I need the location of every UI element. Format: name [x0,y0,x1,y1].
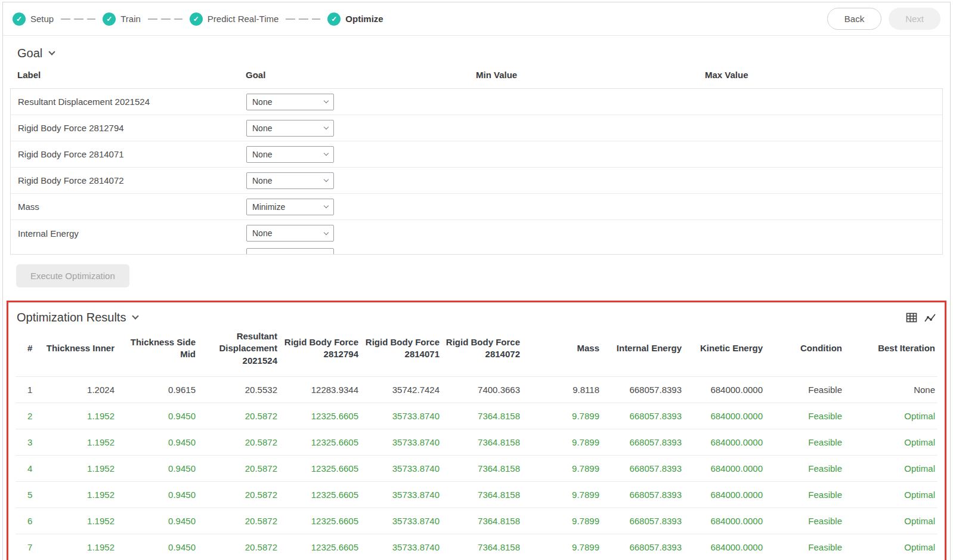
result-cell: 0.9450 [117,403,198,429]
goal-table-header: Label Goal Min Value Max Value [10,67,943,88]
result-cell: 1.1952 [39,455,117,481]
execute-optimization-button[interactable]: Execute Optimization [16,264,129,287]
result-cell: Feasible [765,508,844,534]
stepper-step-label: Setup [30,14,54,24]
result-cell: 7364.8158 [442,403,522,429]
result-cell: 1.1952 [39,508,117,534]
goal-select-value: None [252,97,272,107]
chart-view-icon[interactable] [924,313,936,323]
result-cell: 12325.6605 [280,455,361,481]
result-cell: 0.9450 [117,455,198,481]
step-connector [148,18,182,20]
result-cell: 7364.8158 [442,481,522,508]
chevron-down-icon [324,177,329,182]
result-cell: Feasible [765,534,844,560]
chevron-down-icon [324,125,329,129]
results-view-icons [906,312,936,323]
result-cell: 684000.0000 [684,508,765,534]
chevron-down-icon [324,151,329,156]
results-column-header: # [16,327,39,376]
goal-row-partial [11,246,942,254]
result-row[interactable]: 11.20240.961520.553212283.934435742.7424… [16,376,937,403]
result-cell: 12325.6605 [280,403,361,429]
result-cell: 1.1952 [39,403,117,429]
results-column-header: Rigid Body Force 2814071 [361,327,442,376]
stepper-step[interactable]: ✓ Train [103,13,141,26]
result-cell: 668057.8393 [602,481,684,508]
chevron-down-icon[interactable] [132,313,139,319]
result-cell: Feasible [765,481,844,508]
goal-select[interactable]: None [246,172,334,189]
chevron-down-icon[interactable] [49,48,55,55]
back-button[interactable]: Back [827,8,881,30]
result-cell: Feasible [765,403,844,429]
stepper: ✓ Setup ✓ Train ✓ Predict Real-Time ✓ Op… [13,13,383,26]
result-cell: 35733.8740 [361,508,442,534]
goal-select-value: None [252,150,272,159]
result-cell: 1 [16,376,39,403]
goal-select-value: None [252,228,272,238]
result-cell: Optimal [844,508,937,534]
result-cell: 7400.3663 [442,376,522,403]
result-cell: 20.5872 [198,481,280,508]
result-cell: 684000.0000 [684,455,765,481]
result-cell: 1.1952 [39,534,117,560]
goal-select[interactable]: None [246,225,334,242]
goal-section-title: Goal [17,47,42,60]
goal-select[interactable]: Minimize [246,199,334,215]
chevron-down-icon [324,253,329,254]
goal-column-label: Label [17,70,246,80]
result-cell: 684000.0000 [684,429,765,455]
stepper-step-label: Predict Real-Time [208,14,279,24]
result-cell: 9.7899 [522,508,602,534]
result-cell: 1.1952 [39,481,117,508]
result-cell: Optimal [844,455,937,481]
goal-column-goal: Goal [246,70,476,80]
chevron-down-icon [324,98,329,103]
goal-select[interactable]: None [246,94,334,110]
goal-row: Mass Minimize [11,194,942,220]
result-row[interactable]: 41.19520.945020.587212325.660535733.8740… [16,455,937,481]
goal-select[interactable] [246,248,334,254]
results-column-header: Resultant Displacement 2021524 [198,327,280,376]
result-cell: 9.7899 [522,429,602,455]
result-row[interactable]: 21.19520.945020.587212325.660535733.8740… [16,403,937,429]
result-cell: Optimal [844,481,937,508]
goal-select-value: None [252,176,272,185]
result-cell: 684000.0000 [684,376,765,403]
result-cell: 1.2024 [39,376,117,403]
stepper-step[interactable]: ✓ Optimize [327,13,383,26]
result-cell: Optimal [844,534,937,560]
result-cell: None [844,376,937,403]
next-button[interactable]: Next [889,8,940,30]
result-row[interactable]: 61.19520.945020.587212325.660535733.8740… [16,508,937,534]
goal-select[interactable]: None [246,120,334,137]
results-body: 11.20240.961520.553212283.934435742.7424… [16,376,937,560]
result-cell: 35733.8740 [361,429,442,455]
step-connector [286,18,320,20]
result-cell: 7364.8158 [442,429,522,455]
nav-buttons: Back Next [827,8,940,30]
goal-row: Resultant Displacement 2021524 None [11,89,942,115]
result-cell: 684000.0000 [684,481,765,508]
result-cell: 6 [16,508,39,534]
result-cell: 0.9450 [117,429,198,455]
result-cell: 5 [16,481,39,508]
results-column-header: Rigid Body Force 2812794 [280,327,361,376]
optimization-results-section: Optimization Results [7,301,946,560]
result-cell: 12325.6605 [280,481,361,508]
stepper-step[interactable]: ✓ Setup [13,13,54,26]
result-cell: 0.9450 [117,508,198,534]
result-row[interactable]: 31.19520.945020.587212325.660535733.8740… [16,429,937,455]
result-cell: Feasible [765,376,844,403]
result-cell: 668057.8393 [602,429,684,455]
table-view-icon[interactable] [906,312,917,323]
result-row[interactable]: 71.19520.945020.587212325.660535733.8740… [16,534,937,560]
stepper-step[interactable]: ✓ Predict Real-Time [190,13,279,26]
result-cell: 20.5872 [198,508,280,534]
result-cell: 7364.8158 [442,455,522,481]
goal-select[interactable]: None [246,146,334,163]
goal-section: Goal Label Goal Min Value Max Value Resu… [3,36,950,298]
results-column-header: Condition [765,327,844,376]
result-row[interactable]: 51.19520.945020.587212325.660535733.8740… [16,481,937,508]
